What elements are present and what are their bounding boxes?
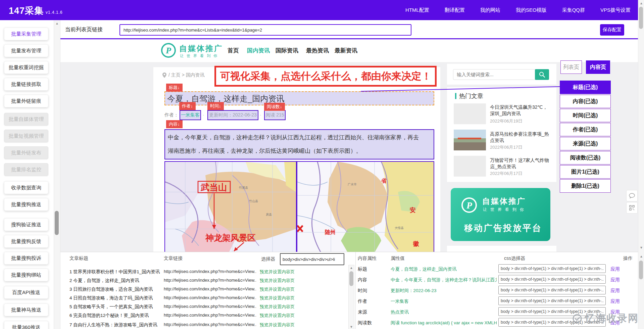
preview-set-content-link[interactable]: 预览并设置内容页 — [260, 269, 295, 275]
topnav-qq-group[interactable]: 采集QQ群 — [562, 7, 585, 13]
hot-article-link[interactable]: 高原马拉松参赛注意事项_热点资讯 — [490, 131, 551, 144]
field-button-content[interactable]: 内容(已选) — [560, 95, 611, 108]
sidebar-item-sogou-complaint[interactable]: 批量搜狗投诉 — [4, 252, 48, 265]
sidebar-item-batch-collect[interactable]: 批量采集管理 — [4, 28, 48, 40]
scrollbar-thumb[interactable] — [349, 271, 353, 286]
list-selector-input[interactable] — [280, 253, 344, 265]
scrollbar-thumb[interactable] — [639, 7, 643, 29]
site-nav-international[interactable]: 国际资讯 — [276, 47, 298, 54]
hot-article-link[interactable]: 万物皆可炸！这7家人气炸物店_热点资讯 — [490, 157, 551, 170]
article-map-image-left[interactable]: 武当山 神龙架风景区 竹山县 房县 竹溪县 — [164, 161, 297, 253]
attr-name: 来源 — [358, 309, 367, 315]
scrollbar-thumb[interactable] — [639, 261, 643, 279]
preview-set-content-link[interactable]: 预览并设置内容页 — [260, 295, 295, 301]
reads-selection[interactable]: 阅读 215 — [264, 110, 286, 120]
css-selector-input[interactable] — [498, 296, 606, 305]
scroll-up-icon[interactable]: ▲ — [638, 254, 644, 259]
sidebar-item-rank-monitor: 批量排名监控 — [4, 163, 48, 176]
qr-code-button[interactable] — [626, 202, 638, 214]
css-selector-input[interactable] — [498, 286, 606, 294]
css-selector-input[interactable] — [498, 264, 606, 273]
preview-set-content-link[interactable]: 预览并设置内容页 — [260, 278, 295, 284]
sidebar-item-link-grab[interactable]: 批量链接抓取 — [4, 78, 48, 91]
sidebar-item-360-push[interactable]: 批量360推送 — [4, 321, 48, 329]
apply-link[interactable]: 应用 — [610, 266, 620, 272]
sidebar-item-sogou-verify-push[interactable]: 搜狗验证推送 — [4, 218, 48, 231]
save-config-button[interactable]: 保存配置 — [600, 24, 624, 36]
list-url-input[interactable] — [119, 24, 411, 36]
field-button-title[interactable]: 标题(已选) — [560, 81, 611, 94]
site-nav-hottest[interactable]: 最热资讯 — [306, 47, 329, 54]
hot-articles-title: 热门文章 — [459, 92, 483, 100]
app-version: v1.4.1.6 — [46, 10, 63, 15]
preview-set-content-link[interactable]: 预览并设置内容页 — [260, 286, 295, 292]
app-window: 147采集v1.4.1.6 HTML配置 翻译配置 我的网站 我的SEO模版 采… — [0, 0, 644, 329]
topnav-my-site[interactable]: 我的网站 — [480, 7, 500, 13]
list-table-scrollbar[interactable]: ▲ ▼ — [348, 265, 354, 329]
css-selector-input[interactable] — [498, 275, 606, 284]
tab-list-page[interactable]: 列表页 — [560, 60, 582, 74]
ad-brand: 自媒体推广 — [482, 196, 526, 206]
main-left-scrollbar[interactable]: ▲ — [54, 20, 60, 329]
sidebar-item-shenma-push[interactable]: 批量神马推送 — [4, 303, 48, 316]
search-input[interactable] — [453, 69, 538, 80]
topnav-translate-config[interactable]: 翻译配置 — [445, 7, 465, 13]
search-icon — [539, 72, 545, 78]
field-button-time[interactable]: 时间(已选) — [560, 109, 611, 122]
site-nav-home[interactable]: 首页 — [228, 47, 239, 54]
time-selection[interactable]: 更新时间：2022-06-23 — [207, 110, 258, 120]
qr-code-icon — [629, 205, 635, 210]
topnav-vps-dial[interactable]: VPS拨号设置 — [600, 7, 631, 13]
apply-link[interactable]: 应用 — [610, 277, 620, 283]
apply-link[interactable]: 应用 — [610, 288, 620, 294]
field-button-image1[interactable]: 图片1(已选) — [560, 165, 611, 179]
hot-article-thumbnail[interactable] — [454, 156, 486, 177]
sidebar-item-backlink-trace[interactable]: 批量外链留痕 — [4, 95, 48, 107]
sidebar-item-weight-words[interactable]: 批量权重词挖掘 — [4, 61, 48, 74]
row-title: 3 日照旅行自驾游攻略，适合亲_国内资讯 — [69, 286, 162, 292]
tab-content-page[interactable]: 内容页 — [586, 60, 610, 74]
preview-site-header: P 自媒体推广 让世界看到你 首页 国内资讯 国际资讯 最热资讯 最新资讯 — [60, 39, 638, 62]
field-button-delete1[interactable]: 删除1(已选) — [560, 179, 611, 193]
attr-name: 时间 — [358, 288, 367, 294]
site-nav-domestic[interactable]: 国内资讯 — [247, 47, 270, 54]
row-link: http://feijiseo.com/index.php?m=home&c=V… — [164, 278, 256, 283]
field-button-author[interactable]: 作者(已选) — [560, 123, 611, 136]
hot-article-thumbnail[interactable] — [454, 130, 486, 150]
feedback-button[interactable] — [626, 190, 638, 201]
topnav-html-config[interactable]: HTML配置 — [405, 7, 429, 13]
col-article-title: 文章标题 — [69, 255, 88, 262]
search-button[interactable] — [535, 69, 549, 80]
location-pin-icon — [162, 73, 166, 78]
field-button-reads[interactable]: 阅读数(已选) — [560, 151, 611, 164]
preview-set-content-link[interactable]: 预览并设置内容页 — [260, 322, 295, 328]
breadcrumb-text[interactable]: / 主页 > 国内资讯 — [168, 72, 205, 78]
topnav-seo-template[interactable]: 我的SEO模版 — [516, 7, 547, 13]
scroll-up-icon[interactable]: ▲ — [349, 265, 354, 271]
author-selection[interactable]: 一米集客 — [180, 110, 201, 120]
article-map-image-right[interactable]: 随州 省 安 徽 广水市 大悟县 — [297, 161, 434, 253]
site-brand: 自媒体推广 — [179, 43, 223, 54]
field-button-source[interactable]: 来源(已选) — [560, 137, 611, 150]
sidebar-item-sogou-feedback[interactable]: 批量搜狗反馈 — [4, 235, 48, 248]
site-nav-latest[interactable]: 最新资讯 — [335, 47, 357, 54]
sidebar-item-sogou-bind[interactable]: 批量搜狗绑站 — [4, 269, 48, 281]
scroll-up-icon[interactable]: ▲ — [638, 1, 644, 6]
hot-article-thumbnail[interactable] — [454, 103, 486, 124]
sidebar-item-sogou-push[interactable]: 批量搜狗推送 — [4, 198, 48, 211]
hot-article-link[interactable]: 今日深圳天气温飙升32℃，深圳_国内资讯 — [490, 104, 551, 117]
sidebar-item-baidu-api-push[interactable]: 百度API推送 — [4, 286, 48, 299]
col-article-link: 文章链接 — [164, 255, 183, 262]
preview-set-content-link[interactable]: 预览并设置内容页 — [260, 313, 295, 319]
apply-link[interactable]: 应用 — [610, 298, 620, 304]
sidebar-item-batch-publish[interactable]: 批量发布管理 — [4, 44, 48, 57]
scroll-up-icon[interactable]: ▲ — [54, 21, 60, 26]
scrollbar-thumb[interactable] — [55, 211, 59, 235]
preview-set-content-link[interactable]: 预览并设置内容页 — [260, 304, 295, 310]
window-scrollbar[interactable]: ▲ ▼ ▲ — [638, 0, 644, 329]
ad-banner[interactable]: P 自媒体推广 让世界看到你 移动广告投放平台 — [451, 188, 550, 241]
scroll-down-icon[interactable]: ▼ — [638, 245, 644, 250]
scroll-down-icon[interactable]: ▼ — [349, 324, 354, 329]
sidebar-item-index-query[interactable]: 收录数据查询 — [4, 181, 48, 194]
watermark: 忆海收录网 — [572, 312, 639, 325]
